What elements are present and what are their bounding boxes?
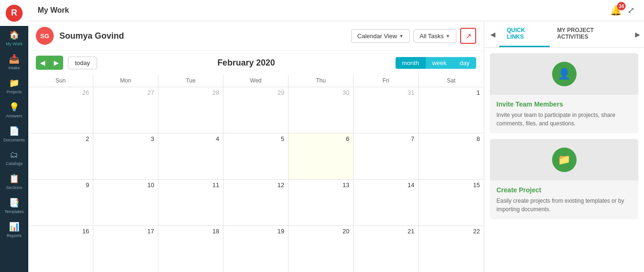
calendar-cell[interactable]: 11 bbox=[158, 180, 223, 225]
sidebar-item-my-work[interactable]: 🏠 My Work bbox=[0, 26, 28, 50]
sidebar-item-label: Reports bbox=[7, 233, 22, 238]
page-title: My Work bbox=[38, 6, 69, 15]
day-number: 16 bbox=[32, 228, 89, 235]
calendar-cell[interactable]: 2 bbox=[28, 133, 93, 179]
task-filter-dropdown[interactable]: All Tasks ▼ bbox=[413, 29, 456, 43]
main-content: My Work 🔔 34 ⤢ SG Soumya Govind Calendar… bbox=[28, 0, 644, 272]
day-number: 9 bbox=[32, 181, 89, 189]
sidebar-item-label: Templates bbox=[4, 209, 24, 214]
panel-next-button[interactable]: ▶ bbox=[631, 28, 644, 41]
notification-bell[interactable]: 🔔 34 bbox=[610, 5, 622, 16]
calendar-days-header: SunMonTueWedThuFriSat bbox=[28, 74, 484, 87]
day-number: 18 bbox=[162, 228, 219, 235]
projects-icon: 📁 bbox=[9, 78, 19, 88]
sidebar-item-label: My Work bbox=[6, 41, 22, 46]
quick-link-card-create-project[interactable]: 📁 Create Project Easily create projects … bbox=[490, 139, 638, 219]
calendar-cell[interactable]: 5 bbox=[223, 133, 289, 179]
calendar-cell[interactable]: 10 bbox=[93, 180, 158, 225]
calendar-cell[interactable]: 13 bbox=[289, 180, 354, 225]
quick-link-body: Create Project Easily create projects fr… bbox=[490, 181, 638, 219]
sidebar-logo: R bbox=[0, 0, 28, 26]
calendar-cell[interactable]: 20 bbox=[289, 226, 354, 272]
calendar-header: SG Soumya Govind Calendar View ▼ All Tas… bbox=[28, 21, 484, 51]
sidebar-item-label: Answers bbox=[6, 114, 23, 118]
calendar-week-1: 2345678 bbox=[28, 133, 484, 180]
calendar-cell[interactable]: 31 bbox=[354, 87, 419, 133]
calendar-cell[interactable]: 6 bbox=[289, 133, 354, 179]
day-number: 3 bbox=[97, 135, 154, 142]
quick-link-description: Easily create projects from existing tem… bbox=[496, 197, 632, 214]
topbar-right: 🔔 34 ⤢ bbox=[610, 5, 635, 16]
calendar-cell[interactable]: 26 bbox=[28, 87, 93, 133]
expand-icon[interactable]: ⤢ bbox=[627, 5, 635, 16]
sidebar-item-reports[interactable]: 📊 Reports bbox=[0, 218, 28, 242]
calendar-body: 2627282930311234567891011121314151617181… bbox=[28, 87, 484, 272]
day-view-button[interactable]: day bbox=[453, 57, 476, 69]
right-panel: ◀ QUICK LINKSMY PROJECT ACTIVITIES ▶ 👤 I… bbox=[484, 21, 644, 272]
share-button[interactable]: ↗ bbox=[460, 28, 476, 44]
sidebar-item-answers[interactable]: 💡 Answers bbox=[0, 98, 28, 122]
tab-my-project-activities[interactable]: MY PROJECT ACTIVITIES bbox=[550, 21, 631, 47]
calendar-cell[interactable]: 8 bbox=[419, 133, 484, 179]
day-number: 1 bbox=[422, 89, 480, 96]
quick-link-title: Invite Team Members bbox=[496, 100, 632, 108]
my-work-icon: 🏠 bbox=[9, 30, 19, 40]
calendar-view-dropdown[interactable]: Calendar View ▼ bbox=[351, 29, 410, 43]
view-toggle: month week day bbox=[396, 57, 476, 69]
calendar-cell[interactable]: 27 bbox=[93, 87, 158, 133]
day-number: 14 bbox=[357, 181, 414, 189]
calendar-cell[interactable]: 21 bbox=[354, 226, 419, 272]
tab-quick-links[interactable]: QUICK LINKS bbox=[499, 21, 550, 47]
quick-link-body: Invite Team Members Invite your team to … bbox=[490, 95, 638, 133]
day-number: 26 bbox=[32, 89, 89, 96]
calendar-cell[interactable]: 4 bbox=[158, 133, 223, 179]
sidebar-item-label: Documents bbox=[3, 138, 25, 142]
sidebar-item-catalogs[interactable]: 🗂 Catalogs bbox=[0, 146, 28, 170]
day-number: 8 bbox=[422, 135, 480, 142]
sidebar-item-documents[interactable]: 📄 Documents bbox=[0, 122, 28, 146]
calendar-cell[interactable]: 16 bbox=[28, 226, 93, 272]
calendar-cell[interactable]: 7 bbox=[354, 133, 419, 179]
month-view-button[interactable]: month bbox=[396, 57, 426, 69]
calendar-cell[interactable]: 14 bbox=[354, 180, 419, 225]
quick-link-card-invite-team[interactable]: 👤 Invite Team Members Invite your team t… bbox=[490, 53, 638, 133]
day-header-thu: Thu bbox=[289, 74, 354, 87]
sidebar-item-projects[interactable]: 📁 Projects bbox=[0, 74, 28, 98]
day-number: 2 bbox=[32, 135, 89, 142]
day-header-wed: Wed bbox=[223, 74, 289, 87]
day-number: 19 bbox=[227, 228, 284, 235]
calendar-cell[interactable]: 15 bbox=[419, 180, 484, 225]
week-view-button[interactable]: week bbox=[426, 57, 453, 69]
sidebar-item-templates[interactable]: 📑 Templates bbox=[0, 194, 28, 218]
sidebar-item-sections[interactable]: 📋 Sections bbox=[0, 170, 28, 194]
next-month-button[interactable]: ▶ bbox=[50, 56, 63, 69]
panel-prev-button[interactable]: ◀ bbox=[486, 28, 499, 41]
quick-link-icon-area: 👤 bbox=[490, 53, 638, 95]
calendar-cell[interactable]: 1 bbox=[419, 87, 484, 133]
calendar-area: SG Soumya Govind Calendar View ▼ All Tas… bbox=[28, 21, 484, 272]
user-avatar: SG bbox=[36, 27, 54, 45]
calendar-cell[interactable]: 30 bbox=[289, 87, 354, 133]
calendar-cell[interactable]: 28 bbox=[158, 87, 223, 133]
today-button[interactable]: today bbox=[68, 57, 97, 69]
day-number: 10 bbox=[97, 181, 154, 189]
calendar-cell[interactable]: 19 bbox=[223, 226, 289, 272]
calendar-cell[interactable]: 18 bbox=[158, 226, 223, 272]
sidebar-item-intake[interactable]: 📥 Intake bbox=[0, 50, 28, 74]
calendar-cell[interactable]: 22 bbox=[419, 226, 484, 272]
calendar-cell[interactable]: 17 bbox=[93, 226, 158, 272]
sidebar-item-label: Sections bbox=[6, 185, 23, 190]
body-area: SG Soumya Govind Calendar View ▼ All Tas… bbox=[28, 21, 644, 272]
user-name: Soumya Govind bbox=[59, 31, 346, 41]
day-header-sun: Sun bbox=[28, 74, 93, 87]
day-header-fri: Fri bbox=[354, 74, 419, 87]
calendar-cell[interactable]: 9 bbox=[28, 180, 93, 225]
calendar-cell[interactable]: 3 bbox=[93, 133, 158, 179]
prev-month-button[interactable]: ◀ bbox=[36, 56, 50, 69]
view-controls: Calendar View ▼ All Tasks ▼ ↗ bbox=[351, 28, 476, 44]
dropdown-arrow-icon: ▼ bbox=[399, 33, 404, 39]
calendar-cell[interactable]: 12 bbox=[223, 180, 289, 225]
reports-icon: 📊 bbox=[9, 222, 19, 232]
calendar-cell[interactable]: 29 bbox=[223, 87, 289, 133]
day-number: 21 bbox=[357, 228, 414, 235]
